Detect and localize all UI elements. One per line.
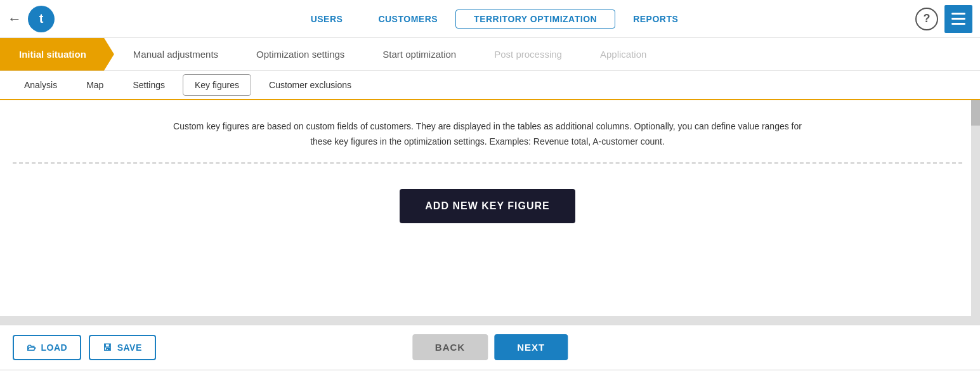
load-label: LOAD (41, 342, 68, 353)
divider (13, 162, 962, 164)
load-button[interactable]: 🗁 LOAD (13, 335, 81, 360)
description-line1: Custom key figures are based on custom f… (173, 121, 802, 131)
description-line2: these key figures in the optimization se… (310, 136, 665, 146)
nav-reports[interactable]: REPORTS (615, 14, 696, 24)
top-navigation: ← t USERS CUSTOMERS TERRITORY OPTIMIZATI… (0, 0, 980, 38)
scrollbar-thumb (971, 100, 980, 126)
right-scrollbar[interactable] (971, 100, 980, 316)
tab-analysis[interactable]: Analysis (13, 75, 69, 95)
menu-line (951, 18, 965, 20)
workflow-navigation: Initial situation Manual adjustments Opt… (0, 38, 980, 71)
add-key-figure-button[interactable]: ADD NEW KEY FIGURE (400, 189, 575, 223)
left-buttons: 🗁 LOAD 🖫 SAVE (13, 335, 156, 360)
main-content: Custom key figures are based on custom f… (0, 100, 980, 316)
step-manual-adjustments[interactable]: Manual adjustments (114, 38, 237, 71)
step-post-processing: Post processing (475, 38, 581, 71)
nav-links: USERS CUSTOMERS TERRITORY OPTIMIZATION R… (74, 10, 915, 29)
menu-button[interactable] (944, 5, 972, 33)
center-buttons: BACK NEXT (412, 334, 568, 360)
tab-key-figures[interactable]: Key figures (183, 74, 251, 96)
add-button-container: ADD NEW KEY FIGURE (13, 189, 962, 223)
back-nav-button[interactable]: BACK (412, 334, 488, 360)
menu-line (951, 13, 965, 15)
bottom-scrollbar[interactable] (0, 316, 980, 325)
folder-icon: 🗁 (27, 342, 36, 353)
step-optimization-settings[interactable]: Optimization settings (237, 38, 363, 71)
tab-map[interactable]: Map (75, 75, 115, 95)
save-icon: 🖫 (103, 342, 112, 353)
next-button[interactable]: NEXT (494, 334, 568, 360)
back-button[interactable]: ← (8, 11, 22, 27)
step-start-optimization[interactable]: Start optimization (363, 38, 475, 71)
step-initial-situation[interactable]: Initial situation (0, 38, 114, 71)
description-text: Custom key figures are based on custom f… (44, 119, 932, 150)
nav-territory-optimization[interactable]: TERRITORY OPTIMIZATION (455, 10, 615, 29)
save-button[interactable]: 🖫 SAVE (89, 335, 156, 360)
help-button[interactable]: ? (915, 8, 938, 30)
main-scroll-area: Custom key figures are based on custom f… (0, 100, 980, 316)
nav-customers[interactable]: CUSTOMERS (360, 14, 455, 24)
secondary-tabs: Analysis Map Settings Key figures Custom… (0, 71, 980, 100)
step-application: Application (581, 38, 665, 71)
save-label: SAVE (117, 342, 142, 353)
menu-line (951, 23, 965, 25)
tab-customer-exclusions[interactable]: Customer exclusions (258, 75, 363, 95)
nav-users[interactable]: USERS (293, 14, 361, 24)
app-logo: t (28, 6, 55, 32)
bottom-bar: 🗁 LOAD 🖫 SAVE BACK NEXT (0, 325, 980, 369)
nav-right: ? (915, 5, 972, 33)
tab-settings[interactable]: Settings (121, 75, 176, 95)
